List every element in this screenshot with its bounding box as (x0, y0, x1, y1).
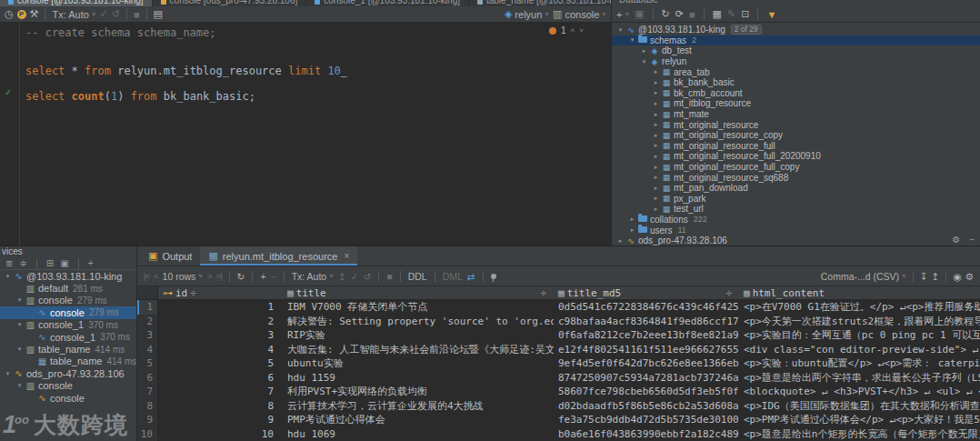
cell-title-md5[interactable]: 8747250907c5934a7281acb737246ac1 (554, 371, 739, 386)
export-download-icon[interactable]: ↧ (920, 271, 928, 282)
pin-tab-icon[interactable] (491, 274, 496, 279)
cell-title[interactable]: hdu 1069 (283, 427, 554, 441)
rollback-icon[interactable]: ↺ (112, 8, 120, 20)
expand-all-icon[interactable]: ≣ (5, 258, 13, 268)
open-table-icon[interactable]: ▦ (713, 8, 722, 20)
row-number[interactable]: 10 (137, 427, 158, 441)
tree-chevron-icon[interactable]: ▸ (651, 111, 661, 118)
hide-panel-icon[interactable]: − (969, 235, 975, 245)
db-tree-item-test_url[interactable]: ▸▦test_url (612, 204, 980, 215)
cell-id[interactable]: 5 (158, 356, 283, 371)
services-item-default[interactable]: ▥default281 ms (0, 282, 136, 294)
services-item-console[interactable]: ∿console (0, 392, 136, 404)
cell-title-md5[interactable]: 58607fce798cbeb6560d5df3eb5f0fb9 (554, 385, 739, 399)
cell-title-md5[interactable]: e12f4f802541161f511ee966627655c7 (554, 343, 739, 357)
cell-id[interactable]: 8 (158, 399, 283, 414)
cell-title[interactable]: RIP实验 (283, 328, 554, 343)
rollback-icon[interactable]: ↺ (364, 271, 372, 282)
cell-title-md5[interactable]: d02bdaadfb5f86b5e86cb2a53d608aea (554, 399, 739, 414)
cell-title[interactable]: hdu 1159 (283, 371, 554, 386)
cell-html-content[interactable]: <blockquote> ↵ <h3>PVST+</h3> ↵ <ul> ↵ <… (739, 385, 980, 399)
code-line[interactable]: select * from relyun.mt_itblog_resource … (25, 65, 611, 77)
tree-chevron-icon[interactable]: ▾ (639, 58, 649, 65)
inspections-widget[interactable]: 1 ˄ ˅ (549, 25, 584, 35)
gear-icon[interactable]: ⚙ (952, 235, 960, 245)
editor-tab[interactable]: console [ods_pro-47.93.28.106] (153, 0, 307, 6)
submit-icon[interactable]: ↥ (338, 271, 346, 282)
tree-chevron-icon[interactable]: ▸ (651, 185, 661, 192)
column-header-title[interactable]: ▦title÷ (283, 286, 554, 299)
services-item-console[interactable]: ▾▥console279 ms (0, 295, 136, 306)
db-tree-item-mt_mate[interactable]: ▸▦mt_mate (612, 109, 980, 120)
tree-chevron-icon[interactable]: ▸ (651, 89, 661, 96)
services-item-console_1[interactable]: ∿console_1370 ms (0, 331, 136, 343)
db-tree-item-mt_original_resource_full_copy[interactable]: ▸▦mt_original_resource_full_copy (612, 162, 980, 173)
last-page-button[interactable]: >| (216, 271, 222, 281)
services-item-table_name[interactable]: ▾▥table_name414 ms (0, 343, 136, 355)
sql-editor[interactable]: ✓ -- create schema schema_name;select * … (0, 23, 611, 246)
editor-tab[interactable]: console [@103.93.181.10-king] (0, 0, 153, 6)
tree-chevron-icon[interactable]: ▸ (651, 100, 661, 107)
editor-tab[interactable]: console_1 [@103.93.181.10-king] (306, 0, 469, 6)
db-tree-item-mt_original_resource[interactable]: ▸▦mt_original_resource (612, 119, 980, 130)
cell-title-md5[interactable]: 9ef4d5ef0f642d7bc626e8ee1366ebda (554, 356, 739, 371)
edit-source-icon[interactable]: ✎ (727, 8, 735, 20)
cell-id[interactable]: 3 (158, 328, 283, 343)
next-error-icon[interactable]: ˅ (579, 26, 584, 35)
code-area[interactable]: -- create schema schema_name;select * fr… (25, 26, 611, 103)
cell-id[interactable]: 6 (158, 371, 283, 386)
tx-mode-dropdown[interactable]: Tx: Auto˅ (292, 271, 334, 282)
tree-chevron-icon[interactable]: ▸ (651, 164, 661, 171)
cell-title[interactable]: 大咖云集: 人工智能与未来社会前沿论坛暨《大师足迹:吴文俊人工智能科 (283, 343, 554, 357)
toggle-output-icon[interactable]: ▤ (154, 8, 163, 20)
code-line[interactable] (25, 52, 611, 65)
cell-title[interactable]: ubuntu实验 (283, 356, 554, 371)
row-number[interactable]: 4 (137, 343, 158, 357)
tree-chevron-icon[interactable]: ▸ (615, 237, 625, 245)
cell-title[interactable]: PMP考试通过心得体会 (283, 413, 554, 427)
cell-title[interactable]: IBM V7000 存储关闭单个节点 (283, 300, 554, 315)
tree-chevron-icon[interactable]: ▾ (627, 36, 637, 44)
tree-chevron-icon[interactable]: ▾ (15, 321, 25, 328)
stop-icon[interactable]: ■ (134, 9, 140, 20)
cell-title[interactable]: 解决警告: Setting property 'source' to 'org.… (283, 315, 554, 329)
tree-chevron-icon[interactable]: ▾ (15, 382, 25, 389)
tree-chevron-icon[interactable]: ▸ (651, 79, 661, 86)
sort-icon[interactable]: ÷ (725, 287, 732, 299)
cell-html-content[interactable]: <p>实验：ubuntu配置</p> ↵<p>需求： caterpillar公司 (739, 356, 980, 371)
cell-html-content[interactable]: <p>在V7000 G1在验证过。</p> ↵<p>推荐用服务助手关闭或 (739, 300, 980, 315)
services-item-console[interactable]: ∿console279 ms (0, 306, 136, 318)
cell-html-content[interactable]: <div class="con editor-preview-side"> ↵ … (739, 343, 980, 357)
cell-title[interactable]: 云计算技术学习，云计算企业发展的4大挑战 (283, 399, 554, 414)
row-number[interactable]: 1 (137, 300, 158, 315)
sort-icon[interactable]: ÷ (540, 287, 546, 299)
tree-chevron-icon[interactable]: ▾ (15, 346, 25, 353)
cell-title-md5[interactable]: 0f6afa8212ce7b2eee13bf8ee821a99c (554, 328, 739, 343)
cell-html-content[interactable]: <p>实验目的：全网互通（pc 0 ping pc 1 可以互通）<br (739, 328, 980, 343)
tree-chevron-icon[interactable]: ▾ (3, 273, 13, 280)
stop-icon[interactable]: ■ (386, 271, 392, 282)
schema-selector-dropdown[interactable]: ◈ relyun˅ (505, 9, 549, 20)
tree-chevron-icon[interactable]: ▸ (651, 195, 661, 202)
view-options-icon[interactable]: ▣ (60, 258, 68, 268)
cell-html-content[interactable]: <p>IDG（美国国际数据集团）在其大数据和分析调查报告中，确 (739, 399, 980, 414)
tree-chevron-icon[interactable]: ▾ (15, 296, 25, 304)
compare-icon[interactable]: ⇄ (467, 271, 475, 282)
db-tree-item-users[interactable]: ▸users11 (612, 225, 980, 236)
parameters-icon[interactable]: P (17, 10, 26, 19)
settings-wrench-icon[interactable]: ⚒ (30, 8, 39, 20)
tree-chevron-icon[interactable]: ▸ (651, 68, 661, 75)
db-tree-item-collations[interactable]: ▸collations222 (612, 215, 980, 226)
db-tree-item-db_test[interactable]: ▸◈db_test (612, 45, 980, 56)
tree-chevron-icon[interactable]: ▸ (627, 226, 637, 234)
tree-chevron-icon[interactable]: ▾ (615, 26, 625, 34)
tree-chevron-icon[interactable]: ▸ (651, 205, 661, 213)
db-tree-item-area_tab[interactable]: ▸▦area_tab (612, 66, 980, 77)
code-line[interactable]: select count(1) from bk_bank_basic; (25, 90, 611, 103)
delete-row-button[interactable]: − (271, 271, 276, 282)
stop-icon[interactable]: ■ (689, 9, 695, 20)
row-number[interactable]: 7 (137, 385, 158, 399)
view-eye-icon[interactable]: ◉ (953, 271, 961, 282)
row-number[interactable]: 2 (137, 315, 158, 329)
add-datasource-button[interactable]: +˅ (616, 9, 629, 20)
